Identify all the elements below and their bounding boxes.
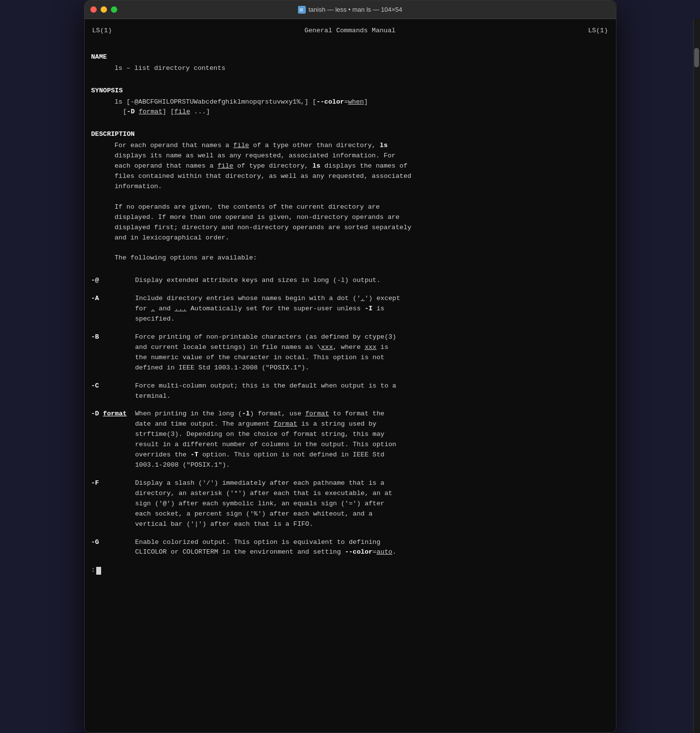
format-underline-3: format xyxy=(305,410,329,417)
option-b: -B Force printing of non-printable chara… xyxy=(91,332,609,373)
man-page-header: LS(1) General Commands Manual LS(1) xyxy=(91,24,609,38)
d-flag: -D xyxy=(127,108,135,115)
cursor xyxy=(96,567,101,575)
description-para3: The following options are available: xyxy=(91,253,609,263)
color-auto-bold: --color xyxy=(345,548,373,556)
description-title: DESCRIPTION xyxy=(91,129,609,140)
option-a-key: -A xyxy=(91,294,135,324)
synopsis-line2: [-D format] [file ...] xyxy=(91,107,609,117)
option-c-key: -C xyxy=(91,381,135,402)
xxx-underline: xxx xyxy=(321,344,333,351)
option-f-key: -F xyxy=(91,478,135,530)
window-title: ⊞ tanish — less • man ls — 104×54 xyxy=(297,6,402,14)
to-word: to xyxy=(381,382,388,389)
name-content: ls – list directory contents xyxy=(91,64,609,74)
option-c: -C Force multi-column output; this is th… xyxy=(91,381,609,402)
d-flag-bold: -D xyxy=(91,410,99,417)
close-button[interactable] xyxy=(90,6,97,13)
option-f: -F Display a slash ('/') immediately aft… xyxy=(91,478,609,530)
minimize-button[interactable] xyxy=(101,6,107,13)
description-section: DESCRIPTION For each operand that names … xyxy=(91,119,609,263)
option-at-key: -@ xyxy=(91,276,135,286)
synopsis-line1: ls [-@ABCFGHILOPRSTUWabcdefghiklmnopqrst… xyxy=(91,97,609,108)
option-f-desc: Display a slash ('/') immediately after … xyxy=(135,478,609,530)
option-d-key: -D format xyxy=(91,409,135,471)
option-at: -@ Display extended attribute keys and s… xyxy=(91,276,609,286)
description-para1: For each operand that names a file of a … xyxy=(91,141,609,192)
file-underline: file xyxy=(174,108,190,115)
maximize-button[interactable] xyxy=(111,6,117,13)
option-at-desc: Display extended attribute keys and size… xyxy=(135,276,609,286)
name-title: NAME xyxy=(91,52,609,63)
ls-bold-2: ls xyxy=(313,162,320,170)
option-a: -A Include directory entries whose names… xyxy=(91,294,609,324)
i-flag-bold: -I xyxy=(364,305,372,312)
name-section: NAME ls – list directory contents xyxy=(91,42,609,74)
file-link-1: file xyxy=(233,142,249,149)
synopsis-title: SYNOPSIS xyxy=(91,86,609,96)
option-d-desc: When printing in the long (-l) format, u… xyxy=(135,409,609,471)
dotdot-link: ... xyxy=(175,305,187,312)
terminal-content: LS(1) General Commands Manual LS(1) NAME… xyxy=(85,19,616,733)
description-para2: If no operands are given, the contents o… xyxy=(91,202,609,243)
xxx-underline2: xxx xyxy=(364,344,376,351)
option-b-key: -B xyxy=(91,332,135,373)
option-a-desc: Include directory entries whose names be… xyxy=(135,294,609,324)
option-b-desc: Force printing of non-printable characte… xyxy=(135,332,609,373)
when-underline: when xyxy=(348,98,364,106)
prompt-char: : xyxy=(91,565,95,576)
option-g: -G Enable colorized output. This option … xyxy=(91,538,609,558)
option-g-key: -G xyxy=(91,538,135,558)
terminal-window: ⊞ tanish — less • man ls — 104×54 LS(1) … xyxy=(84,0,616,733)
t-flag-bold: -T xyxy=(191,451,198,458)
dot-underline: . xyxy=(361,295,364,302)
ls-bold-1: ls xyxy=(380,142,387,149)
auto-underline: auto xyxy=(377,548,392,556)
synopsis-section: SYNOPSIS ls [-@ABCFGHILOPRSTUWabcdefghik… xyxy=(91,76,609,118)
l-flag-bold: -l xyxy=(242,410,250,417)
format-underline-4: format xyxy=(274,420,297,428)
file-link-2: file xyxy=(217,162,233,170)
option-g-desc: Enable colorized output. This option is … xyxy=(135,538,609,558)
titlebar: ⊞ tanish — less • man ls — 104×54 xyxy=(85,0,616,19)
traffic-lights xyxy=(90,6,117,13)
header-right: LS(1) xyxy=(588,26,608,36)
format-underline-key: format xyxy=(103,410,127,417)
color-flag: --color xyxy=(317,98,344,106)
terminal-icon: ⊞ xyxy=(297,6,305,14)
option-c-desc: Force multi-column output; this is the d… xyxy=(135,381,609,402)
prompt-line: : xyxy=(91,565,609,576)
header-center: General Commands Manual xyxy=(304,26,395,36)
option-d: -D format When printing in the long (-l)… xyxy=(91,409,609,471)
header-left: LS(1) xyxy=(92,26,112,36)
format-underline-1: format xyxy=(139,108,163,115)
dot-link: . xyxy=(151,305,155,312)
